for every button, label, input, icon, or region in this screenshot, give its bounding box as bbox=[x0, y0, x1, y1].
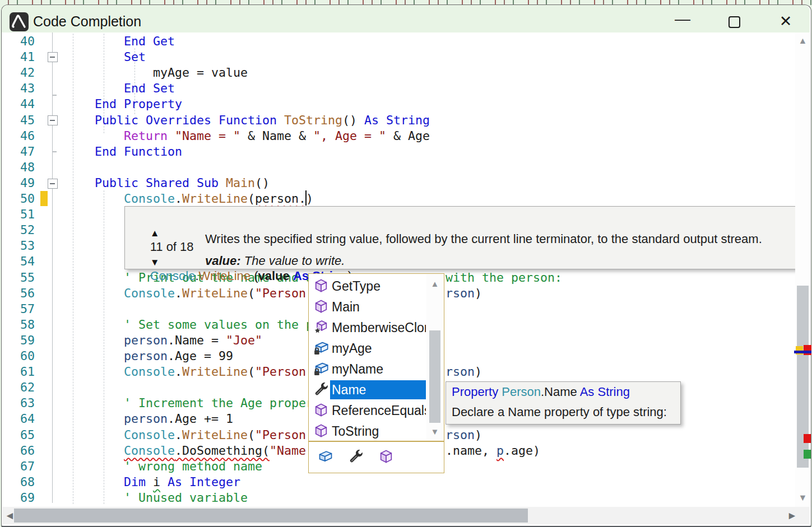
code-text: Return "Name = " & Name & ", Age = " & A… bbox=[66, 128, 430, 144]
properties-filter-button[interactable] bbox=[348, 449, 366, 467]
completion-item-label: Name bbox=[330, 380, 426, 399]
code-token: End Set bbox=[66, 81, 175, 95]
code-token: ( bbox=[248, 428, 255, 442]
completion-item-gettype[interactable]: GetType bbox=[309, 276, 427, 296]
code-token bbox=[66, 176, 95, 190]
code-token: .age) bbox=[504, 444, 540, 458]
code-text: Dim i As Integer bbox=[66, 474, 240, 490]
code-token: p bbox=[497, 444, 504, 458]
horizontal-scrollbar-thumb[interactable] bbox=[14, 509, 528, 523]
code-text: Public Overrides Function ToString() As … bbox=[66, 113, 430, 128]
methods-filter-button[interactable] bbox=[378, 449, 396, 467]
code-token: Return bbox=[124, 129, 168, 143]
close-button[interactable]: ✕ bbox=[773, 12, 799, 31]
code-token: "Name = " bbox=[175, 129, 240, 143]
completion-item-myage[interactable]: myAge bbox=[309, 338, 427, 358]
completion-item-memberwiseclone[interactable]: MemberwiseClone bbox=[309, 317, 427, 338]
line-number: 42 bbox=[0, 65, 35, 81]
code-token bbox=[66, 192, 124, 206]
code-line-43: 43 End Set bbox=[0, 81, 812, 96]
code-text-fragment: rson) bbox=[446, 286, 482, 301]
code-token: () bbox=[342, 113, 364, 127]
line-number: 49 bbox=[0, 175, 35, 191]
code-token bbox=[66, 459, 124, 473]
code-token: Property bbox=[452, 385, 502, 399]
scroll-up-arrow-icon[interactable]: ▲ bbox=[795, 36, 810, 46]
code-text-fragment: rson) bbox=[446, 427, 482, 443]
property-signature: Property Person.Name As String bbox=[452, 385, 630, 399]
scroll-right-arrow-icon[interactable]: ► bbox=[787, 508, 797, 523]
scroll-down-arrow-icon[interactable]: ▼ bbox=[429, 427, 441, 436]
code-token bbox=[66, 113, 95, 127]
code-token: . bbox=[175, 428, 182, 442]
code-line-47: 47 End Function bbox=[0, 144, 812, 160]
previous-signature-arrow-icon[interactable]: ▲ bbox=[150, 228, 160, 239]
line-number: 41 bbox=[0, 49, 35, 65]
line-number: 51 bbox=[0, 207, 35, 222]
scroll-left-arrow-icon[interactable]: ◄ bbox=[4, 508, 15, 523]
code-text: Console.WriteLine("Person deta bbox=[66, 427, 342, 443]
code-token: Public Overrides Function bbox=[95, 113, 284, 127]
completion-item-name[interactable]: Name bbox=[309, 379, 427, 400]
completion-filter-bar bbox=[308, 441, 444, 473]
maximize-button[interactable] bbox=[721, 12, 747, 31]
code-token: ' Increment the Age property bbox=[124, 396, 328, 410]
line-number: 69 bbox=[0, 490, 35, 506]
next-signature-arrow-icon[interactable]: ▼ bbox=[150, 257, 160, 268]
completion-item-referenceequals[interactable]: ReferenceEquals bbox=[309, 400, 427, 421]
code-token bbox=[66, 129, 124, 143]
completion-item-tostring[interactable]: ToString bbox=[309, 421, 427, 441]
code-token: value bbox=[258, 269, 290, 283]
line-number: 64 bbox=[0, 411, 35, 427]
scroll-up-arrow-icon[interactable]: ▲ bbox=[429, 279, 441, 288]
line-number: 55 bbox=[0, 270, 35, 286]
code-line-49: 49 Public Shared Sub Main() bbox=[0, 175, 812, 191]
code-text: ' wrong method name bbox=[66, 459, 262, 474]
scrollbar-annotation-mark bbox=[804, 345, 811, 355]
code-token bbox=[66, 349, 124, 363]
field-lock-icon bbox=[313, 340, 329, 356]
line-number: 48 bbox=[0, 160, 35, 175]
code-token: person bbox=[124, 333, 168, 347]
completion-item-label: MemberwiseClone bbox=[332, 318, 426, 337]
code-token: Console bbox=[124, 444, 175, 458]
horizontal-scrollbar[interactable]: ◄ ► bbox=[2, 507, 810, 524]
code-token: ' wrong method name bbox=[124, 459, 262, 473]
line-number: 66 bbox=[0, 443, 35, 459]
code-token: & Age bbox=[386, 129, 430, 143]
code-token: WriteLine bbox=[182, 428, 248, 442]
code-token: ( bbox=[250, 269, 258, 283]
code-token bbox=[66, 271, 124, 285]
code-token: .Age = 99 bbox=[168, 349, 233, 363]
completion-item-myname[interactable]: myName bbox=[309, 358, 427, 379]
code-token: . bbox=[175, 192, 182, 206]
line-number: 58 bbox=[0, 317, 35, 333]
code-token: WriteLine bbox=[182, 192, 248, 206]
code-token: myAge = value bbox=[66, 66, 248, 80]
code-token bbox=[66, 286, 124, 300]
code-token: .Age += 1 bbox=[168, 412, 233, 426]
code-token bbox=[66, 365, 124, 379]
minimize-button[interactable]: — bbox=[670, 12, 695, 31]
code-text-fragment: rson) bbox=[446, 364, 482, 380]
code-token: Dim bbox=[124, 475, 153, 489]
completion-item-main[interactable]: Main bbox=[309, 296, 427, 317]
code-token: person. bbox=[255, 192, 306, 206]
line-number: 54 bbox=[0, 254, 35, 269]
changed-line-marker bbox=[40, 191, 48, 206]
line-number: 50 bbox=[0, 191, 35, 207]
completion-list-scrollbar[interactable]: ▲ ▼ bbox=[426, 274, 443, 440]
code-line-48: 48 bbox=[0, 160, 812, 175]
code-token: ) bbox=[475, 286, 482, 300]
completion-item-label: ToString bbox=[332, 422, 426, 441]
completion-scrollbar-thumb[interactable] bbox=[429, 330, 440, 423]
property-icon bbox=[313, 381, 329, 397]
maximize-icon bbox=[729, 16, 740, 28]
code-token: End Property bbox=[66, 97, 182, 111]
property-description: Declare a Name property of type string: bbox=[452, 405, 667, 419]
code-line-44: 44 End Property bbox=[0, 96, 812, 112]
fields-filter-button[interactable] bbox=[318, 449, 336, 467]
scroll-down-arrow-icon[interactable]: ▼ bbox=[795, 493, 810, 503]
code-token: ( bbox=[248, 365, 255, 379]
completion-list[interactable]: GetTypeMainMemberwiseClonemyAgemyNameNam… bbox=[308, 273, 444, 441]
